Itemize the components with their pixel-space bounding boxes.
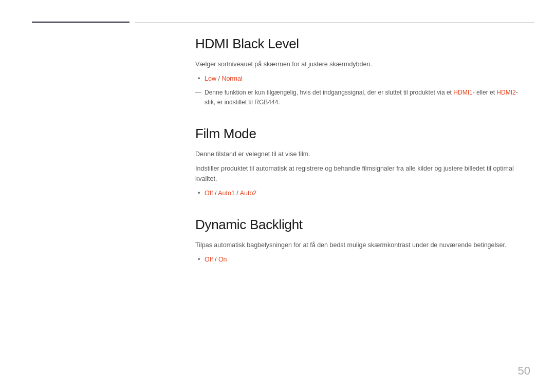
hdmi-black-level-title: HDMI Black Level xyxy=(195,36,524,52)
film-mode-description2: Indstiller produktet til automatisk at r… xyxy=(195,163,524,184)
note-text: Denne funktion er kun tilgængelig, hvis … xyxy=(205,88,524,107)
film-mode-title: Film Mode xyxy=(195,126,524,142)
option-auto1: Auto1 xyxy=(218,190,235,197)
note-before-link1: Denne funktion er kun tilgængelig, hvis … xyxy=(205,89,453,96)
section-film-mode: Film Mode Denne tilstand er velegnet til… xyxy=(195,126,524,198)
content-area: HDMI Black Level Vælger sortniveauet på … xyxy=(195,36,524,283)
section-hdmi-black-level: HDMI Black Level Vælger sortniveauet på … xyxy=(195,36,524,107)
option-off: Off xyxy=(205,190,213,197)
film-mode-description1: Denne tilstand er velegnet til at vise f… xyxy=(195,149,524,159)
dynamic-backlight-description: Tilpas automatisk bagbelysningen for at … xyxy=(195,240,524,250)
option-normal: Normal xyxy=(221,75,242,82)
page-number: 50 xyxy=(518,364,530,378)
section-dynamic-backlight: Dynamic Backlight Tilpas automatisk bagb… xyxy=(195,217,524,265)
separator-db: / xyxy=(215,256,218,263)
hdmi-black-level-note: ― Denne funktion er kun tilgængelig, hvi… xyxy=(195,88,524,107)
page-container: HDMI Black Level Vælger sortniveauet på … xyxy=(0,0,555,392)
note-link1: HDMI1 xyxy=(453,89,472,96)
option-low: Low xyxy=(205,75,216,82)
option-off-db: Off xyxy=(205,256,213,263)
hdmi-black-level-options: Low / Normal xyxy=(195,73,524,84)
divider-light xyxy=(135,22,534,23)
note-mid: - eller et xyxy=(473,89,497,96)
dynamic-backlight-option: Off / On xyxy=(195,254,524,265)
note-link2: HDMI2 xyxy=(496,89,515,96)
film-mode-option: Off / Auto1 / Auto2 xyxy=(195,188,524,198)
top-divider xyxy=(0,22,555,23)
divider-dark xyxy=(32,22,130,23)
option-on-db: On xyxy=(218,256,227,263)
dynamic-backlight-title: Dynamic Backlight xyxy=(195,217,524,233)
film-mode-options: Off / Auto1 / Auto2 xyxy=(195,188,524,198)
dynamic-backlight-options: Off / On xyxy=(195,254,524,265)
hdmi-black-level-description: Vælger sortniveauet på skærmen for at ju… xyxy=(195,59,524,69)
hdmi-black-level-option: Low / Normal xyxy=(195,73,524,84)
option-auto2: Auto2 xyxy=(240,190,257,197)
